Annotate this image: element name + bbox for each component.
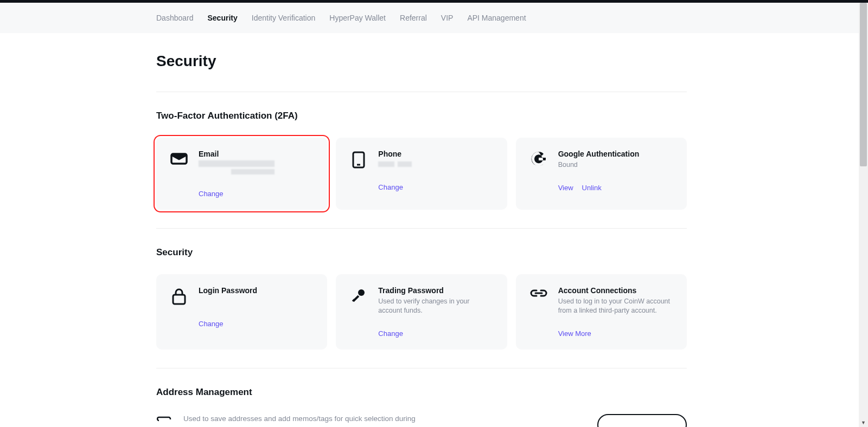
main-content: Security Two-Factor Authentication (2FA)… (156, 33, 687, 427)
card-email[interactable]: Email Change (156, 138, 327, 210)
card-email-title: Email (199, 150, 314, 158)
card-google-title: Google Authentication (558, 150, 674, 158)
link-trading-change[interactable]: Change (378, 329, 403, 338)
security-cards: Login Password Change Trading Password U… (156, 274, 687, 350)
redacted-phone-value-1 (378, 161, 394, 167)
tab-api-management[interactable]: API Management (467, 14, 526, 22)
tab-hyperpay-wallet[interactable]: HyperPay Wallet (329, 14, 386, 22)
link-conn-viewmore[interactable]: View More (558, 329, 591, 338)
tab-referral[interactable]: Referral (400, 14, 427, 22)
tab-vip[interactable]: VIP (441, 14, 454, 22)
phone-icon (349, 150, 368, 169)
tab-dashboard[interactable]: Dashboard (156, 14, 194, 22)
account-tabs: Dashboard Security Identity Verification… (0, 3, 868, 33)
key-icon (349, 286, 368, 303)
card-google-sub: Bound (558, 160, 672, 170)
lock-icon (169, 286, 189, 306)
tab-security[interactable]: Security (208, 14, 238, 22)
divider (156, 368, 687, 368)
section-title-address-management: Address Management (156, 387, 687, 398)
tab-identity-verification[interactable]: Identity Verification (252, 14, 316, 22)
link-email-change[interactable]: Change (199, 190, 224, 198)
page-title: Security (156, 53, 687, 70)
card-phone[interactable]: Phone Change (336, 138, 507, 210)
link-chain-icon (529, 286, 548, 299)
redacted-phone-value-2 (398, 161, 412, 167)
link-phone-change[interactable]: Change (378, 183, 403, 191)
svg-rect-4 (173, 295, 185, 304)
section-title-security: Security (156, 247, 687, 258)
link-google-view[interactable]: View (558, 184, 573, 192)
address-management-row: Used to save addresses and add memos/tag… (156, 414, 687, 427)
card-login-title: Login Password (199, 286, 314, 295)
vertical-scrollbar[interactable]: ▲ ▼ (859, 3, 868, 427)
section-title-2fa: Two-Factor Authentication (2FA) (156, 111, 687, 121)
link-google-unlink[interactable]: Unlink (582, 184, 602, 192)
svg-point-5 (358, 289, 365, 296)
scroll-down-arrow-icon[interactable]: ▼ (859, 418, 868, 427)
card-phone-title: Phone (378, 150, 494, 158)
scroll-thumb[interactable] (860, 3, 867, 166)
divider (156, 228, 687, 229)
wallet-icon (156, 414, 173, 426)
card-trading-sub: Used to verify changes in your account f… (378, 297, 492, 315)
card-google-auth[interactable]: Google Authentication Bound View Unlink (516, 138, 687, 210)
card-conn-title: Account Connections (558, 286, 674, 295)
email-icon (169, 150, 189, 165)
divider (156, 92, 687, 92)
twofa-cards: Email Change Phone (156, 138, 687, 210)
card-conn-sub: Used to log in to your CoinW account fro… (558, 297, 672, 315)
redacted-email-value (199, 160, 275, 167)
address-management-button[interactable] (597, 414, 687, 427)
redacted-email-value-2 (231, 169, 275, 174)
card-trading-password[interactable]: Trading Password Used to verify changes … (336, 274, 507, 350)
google-icon (529, 150, 548, 167)
card-account-connections[interactable]: Account Connections Used to log in to yo… (516, 274, 687, 350)
card-trading-title: Trading Password (378, 286, 494, 295)
card-login-password[interactable]: Login Password Change (156, 274, 327, 350)
address-management-description: Used to save addresses and add memos/tag… (183, 414, 416, 424)
link-login-change[interactable]: Change (199, 320, 224, 328)
